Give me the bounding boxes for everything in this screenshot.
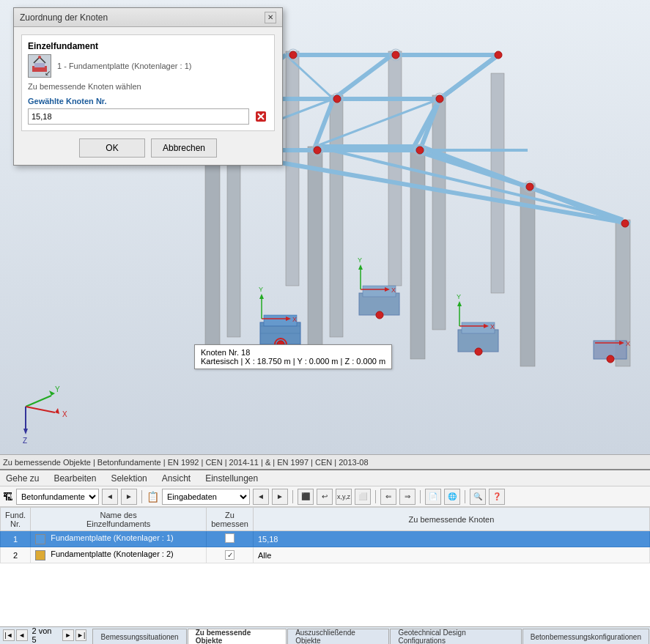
svg-point-59 [314,147,321,154]
dialog-section-title: Einzelfundament [28,41,268,51]
prev-module-btn[interactable]: ◄ [102,489,118,505]
svg-point-60 [416,147,424,154]
toolbar-btn2[interactable]: ↩ [317,489,333,505]
svg-rect-10 [520,183,535,366]
svg-rect-3 [491,73,504,293]
svg-rect-9 [410,147,425,359]
svg-rect-2 [388,51,402,286]
menu-edit[interactable]: Bearbeiten [51,472,99,485]
cell-check[interactable] [207,531,254,547]
cell-knoten: Alle [253,547,649,563]
svg-text:X: X [292,316,297,323]
table-row[interactable]: 1 Fundamentplatte (Knotenlager : 1) 15,1… [1,531,650,547]
svg-point-62 [621,220,629,227]
svg-text:X: X [62,410,67,418]
svg-point-57 [436,95,443,103]
status-text: Zu bemessende Objekte | Betonfundamente … [3,458,369,467]
dialog-buttons: OK Abbrechen [21,138,275,158]
separator2 [292,490,293,503]
col-header-nr: Fund.Nr. [1,508,31,531]
svg-rect-1 [286,51,299,286]
svg-text:Y: Y [55,385,60,393]
toolbar-btn5[interactable]: ⇐ [380,489,396,505]
next-module-btn[interactable]: ► [121,489,137,505]
toolbar-btn8[interactable]: 🌐 [444,489,460,505]
checkbox-row1[interactable] [225,533,234,543]
svg-point-54 [495,51,502,59]
dialog-input[interactable] [28,108,249,125]
cell-knoten: 15,18 [253,531,649,547]
prev-view-btn[interactable]: ◄ [253,489,269,505]
dialog-input-row [28,108,268,125]
toolbar-btn7[interactable]: 📄 [425,489,441,505]
module-select[interactable]: Betonfundamente [16,489,99,505]
checkbox-row2[interactable] [225,550,234,560]
dialog-clear-btn[interactable] [254,109,268,124]
svg-text:X: X [626,340,630,347]
svg-text:Y: Y [358,256,362,264]
menu-settings[interactable]: Einstellungen [202,472,261,485]
ok-button[interactable]: OK [79,138,145,158]
svg-point-65 [475,348,482,355]
first-page-btn[interactable]: |◄ [3,629,15,641]
cell-check[interactable] [207,547,254,563]
toolbar-btn6[interactable]: ⇒ [399,489,416,505]
next-page-btn[interactable]: ► [62,629,74,641]
view-select[interactable]: Eingabedaten [162,489,250,505]
col-header-check: Zubemessen [207,508,254,531]
page-indicator: 2 von 5 [29,626,61,644]
bottom-panel: Gehe zu Bearbeiten Selektion Ansicht Ein… [0,469,650,644]
status-bar: Zu bemessende Objekte | Betonfundamente … [0,454,650,469]
toolbar-btn10[interactable]: ❓ [489,489,505,505]
bottom-tabs: |◄ ◄ 2 von 5 ► ►| Bemessungssituationen … [0,626,650,644]
separator3 [375,490,376,503]
separator1 [141,490,142,503]
tooltip-line2: Kartesisch | X : 18.750 m | Y : 0.000 m … [201,357,385,366]
table-row[interactable]: 2 Fundamentplatte (Knotenlager : 2) Alle [1,547,650,563]
svg-point-53 [392,51,399,59]
dialog-body: Einzelfundament ↙ 1 - Fundamentplatte [14,27,282,165]
tab-auszuschliessende-objekte[interactable]: Auszuschließende Objekte [287,629,389,644]
svg-text:X: X [391,286,396,294]
svg-rect-5 [330,95,343,337]
cell-name: Fundamentplatte (Knotenlager : 1) [31,531,207,547]
toolbar-btn3[interactable]: x,y,z [336,489,352,505]
prev-page-btn[interactable]: ◄ [16,629,28,641]
dialog-close-btn[interactable]: ✕ [265,12,276,23]
module-icon: 🏗 [3,491,13,503]
dialog-dropdown: 1 - Fundamentplatte (Knotenlager : 1) [57,60,191,72]
view-icon: 📋 [147,491,159,503]
toolbar-btn1[interactable]: ⬛ [298,489,314,505]
col-header-knoten: Zu bemessende Knoten [253,508,649,531]
toolbar-btn9[interactable]: 🔍 [470,489,486,505]
tab-betonbemessung[interactable]: Betonbemessungskonfigurationen [522,629,649,644]
separator4 [420,490,421,503]
svg-text:X: X [490,323,495,330]
menu-selection[interactable]: Selektion [108,472,149,485]
menu-bar: Gehe zu Bearbeiten Selektion Ansicht Ein… [0,470,650,486]
toolbar-btn4[interactable]: ⬜ [355,489,371,505]
dialog-field-label: Gewählte Knoten Nr. [28,97,268,106]
data-table: Fund.Nr. Name desEinzelfundaments Zubeme… [0,507,650,626]
col-header-name: Name desEinzelfundaments [31,508,207,531]
svg-point-52 [289,51,297,59]
svg-text:Y: Y [457,293,461,300]
cancel-button[interactable]: Abbrechen [151,138,217,158]
tooltip-line1: Knoten Nr. 18 [201,348,385,357]
tab-geotechnical[interactable]: Geotechnical Design Configurations [390,629,521,644]
toolbar-row: 🏗 Betonfundamente ◄ ► 📋 Eingabedaten ◄ ►… [0,486,650,507]
tab-bemessungssituationen[interactable]: Bemessungssituationen [92,629,186,644]
svg-point-66 [607,355,614,363]
cell-name: Fundamentplatte (Knotenlager : 2) [31,547,207,563]
menu-view[interactable]: Ansicht [159,472,193,485]
dialog-icon-row: ↙ 1 - Fundamentplatte (Knotenlager : 1) [28,54,268,78]
svg-point-56 [333,95,341,103]
tab-zu-bemessende-objekte[interactable]: Zu bemessende Objekte [188,629,287,644]
next-view-btn[interactable]: ► [272,489,288,505]
last-page-btn[interactable]: ►| [75,629,87,641]
menu-goto[interactable]: Gehe zu [3,472,42,485]
svg-point-61 [526,183,533,190]
separator5 [465,490,465,503]
node-tooltip: Knoten Nr. 18 Kartesisch | X : 18.750 m … [194,344,392,369]
svg-rect-108 [34,63,45,67]
